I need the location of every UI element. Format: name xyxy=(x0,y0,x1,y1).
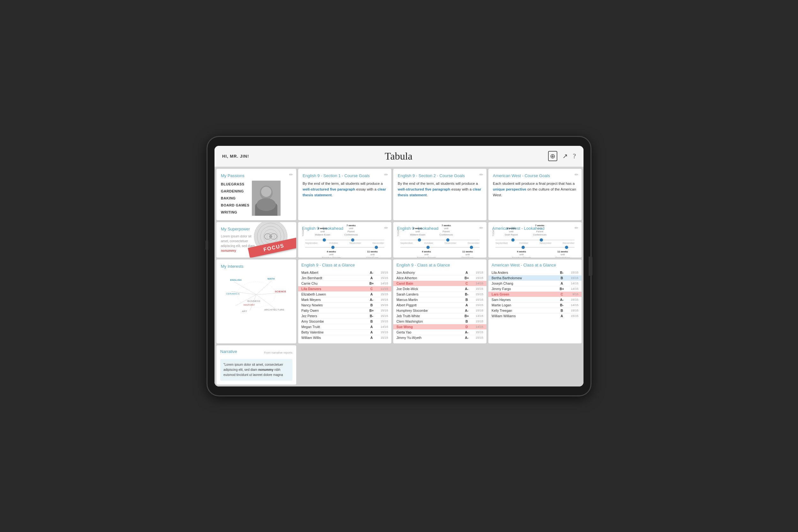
table-row-highlight: Carol BainC14/15 xyxy=(393,281,487,286)
header-actions: ⊕ ↗ ? xyxy=(548,151,576,161)
table-row: Albert PiggottA15/15 xyxy=(396,303,483,308)
aw-class-title: American West - Class at a Glance xyxy=(492,263,578,267)
highlight-1: well-structured five paragraph xyxy=(303,187,355,191)
table-row-highlight: Lila DanversC11/15 xyxy=(298,286,391,292)
power-button xyxy=(589,256,592,276)
en9-s1-goals-card: English 9 - Section 1 - Course Goals ✏ B… xyxy=(298,169,391,220)
aw-lookahead-card: American West - Lookahead ✏ 3 weeksuntil… xyxy=(488,222,582,258)
en9-s2-timeline: 2 weeksuntilMidterm Exam 7 weeksuntilPar… xyxy=(397,240,482,248)
table-row: William WillisA15/15 xyxy=(301,335,388,340)
aw-goals-title: American West - Course Goals xyxy=(493,173,577,178)
en9-s2-lookahead-edit-icon[interactable]: ✏ xyxy=(479,225,483,231)
main-grid: My Passions ✏ BLUEGRASS GARDENING BAKING… xyxy=(214,167,584,345)
grid-spacer-3 xyxy=(488,345,582,384)
screen: HI, MR. JIN! Tabula ⊕ ↗ ? My Passions ✏ … xyxy=(214,146,584,386)
svg-text:MATH: MATH xyxy=(267,277,275,280)
svg-point-4 xyxy=(261,187,271,197)
en9-s2-lookahead-card: English 9 - Lookahead ✏ 2 weeksuntilMidt… xyxy=(393,222,487,258)
highlight-unique: unique perspective xyxy=(493,187,526,191)
svg-point-5 xyxy=(256,198,276,211)
svg-text:SCIENCE: SCIENCE xyxy=(275,290,286,293)
table-row: Kelly TreeganB15/15 xyxy=(492,308,578,314)
en9-s2-goals-text: By the end of the term, all students wil… xyxy=(398,180,482,198)
en9-s1-goals-text: By the end of the term, all students wil… xyxy=(303,180,387,198)
table-row-highlight: Sue WongD14/15 xyxy=(393,324,487,330)
svg-point-11 xyxy=(269,235,272,238)
aw-class-card: American West - Class at a Glance Lila A… xyxy=(488,260,582,343)
add-icon[interactable]: ⊕ xyxy=(548,151,557,161)
svg-text:HISTORY: HISTORY xyxy=(244,304,255,306)
en9-s2-class-card: English 9 - Class at a Glance Jon Anthon… xyxy=(393,260,487,343)
passions-title: My Passions xyxy=(221,173,292,178)
svg-text:ENGLISH: ENGLISH xyxy=(230,279,242,282)
en9-s2-student-list: Jon AnthonyA15/15 Alice AthertonB+15/15 … xyxy=(396,270,483,340)
table-row: Lila AndersB-15/15 xyxy=(492,270,578,276)
aw-goals-edit-icon[interactable]: ✏ xyxy=(574,172,578,177)
table-row: Clem WashingtonB15/15 xyxy=(396,319,483,324)
help-icon[interactable]: ? xyxy=(573,153,576,160)
en9-s1-class-title: English 9 - Class at a Glance xyxy=(301,263,388,267)
volume-button xyxy=(206,240,208,250)
narrative-header: Narrative From narrative reports xyxy=(220,349,292,357)
app-title: Tabula xyxy=(385,150,413,162)
table-row: Joseph ChangA14/15 xyxy=(492,281,578,286)
superpower-card: My Superpower Lorem ipsum dolor sit amet… xyxy=(216,222,296,258)
passion-item: BAKING xyxy=(221,195,249,202)
en9-s1-lookahead-edit-icon[interactable]: ✏ xyxy=(384,225,388,231)
table-row: Humphrey SlocombeA-15/15 xyxy=(396,308,483,314)
table-row: Joe Dole-WickA-15/15 xyxy=(396,286,483,292)
table-row: Jimmy Yu-WyethA-15/15 xyxy=(396,335,483,340)
table-row: Nancy NowlesB15/15 xyxy=(301,303,388,308)
table-row-highlight: Lars GreenC9/15 xyxy=(488,292,582,297)
svg-text:ART: ART xyxy=(242,310,247,313)
svg-text:ARCHITECTURE: ARCHITECTURE xyxy=(264,308,284,311)
narrative-source: From narrative reports xyxy=(264,351,292,354)
svg-line-16 xyxy=(250,294,256,310)
aw-lookahead-edit-icon[interactable]: ✏ xyxy=(574,225,578,231)
aw-goals-text: Each student will produce a final projec… xyxy=(493,180,577,198)
en9-s1-student-list: Mark AlbertA-15/15 Jim BernhardtA15/15 C… xyxy=(301,270,388,340)
en9-s1-goals-edit-icon[interactable]: ✏ xyxy=(384,172,388,177)
table-row: Gerta YaoA-15/15 xyxy=(396,330,483,335)
export-icon[interactable]: ↗ xyxy=(563,152,568,160)
en9-s1-lookahead-card: English 9 - Lookahead ✏ 2 weeksuntilMidt… xyxy=(298,222,391,258)
table-row: Sam HaynesA-15/15 xyxy=(492,297,578,303)
svg-text:BUSINESS: BUSINESS xyxy=(247,300,260,303)
table-row: Megan TruittA14/15 xyxy=(301,324,388,330)
narrative-card: Narrative From narrative reports "Lorem … xyxy=(216,345,296,384)
table-row: Jim BernhardtA15/15 xyxy=(301,276,388,281)
passion-item: BLUEGRASS xyxy=(221,180,249,188)
interests-svg: ENGLISH MATH BUSINESS SCIENCE ARCHITECTU… xyxy=(224,274,288,315)
table-row: Martie LoganB-14/15 xyxy=(492,303,578,308)
narrative-quote: "Lorem ipsum dolor sit amet, consectetue… xyxy=(220,359,292,381)
table-row: Jon AnthonyA15/15 xyxy=(396,270,483,276)
greeting: HI, MR. JIN! xyxy=(222,154,249,158)
grid-spacer-1 xyxy=(298,345,391,384)
table-row: Jeb Truitt-WhiteB+13/15 xyxy=(396,314,483,319)
passion-item: WRITING xyxy=(221,209,249,216)
narrative-title: Narrative xyxy=(220,349,237,354)
superpower-red: nonummy xyxy=(221,249,236,252)
table-row: Alice AthertonB+15/15 xyxy=(396,276,483,281)
en9-s2-class-title: English 9 - Class at a Glance xyxy=(396,263,483,267)
narrative-bold: nonummy xyxy=(258,368,273,372)
table-row: Betty ValentineA15/15 xyxy=(301,330,388,335)
en9-s1-timeline: 2 weeksuntilMidterm Exam 7 weeksuntilPar… xyxy=(302,240,387,248)
en9-s2-goals-edit-icon[interactable]: ✏ xyxy=(479,172,483,177)
aw-goals-card: American West - Course Goals ✏ Each stud… xyxy=(488,169,582,220)
interests-diagram: ENGLISH MATH BUSINESS SCIENCE ARCHITECTU… xyxy=(221,271,292,318)
aw-timeline: 3 weeksuntilDraft Report 7 weeksuntilPar… xyxy=(492,240,578,248)
table-row: Mark AlbertA-15/15 xyxy=(301,270,388,276)
grid-spacer-2 xyxy=(393,345,487,384)
top-bar: HI, MR. JIN! Tabula ⊕ ↗ ? xyxy=(214,146,584,167)
passions-edit-icon[interactable]: ✏ xyxy=(289,172,293,177)
table-row: Marcus MartinB15/15 xyxy=(396,297,483,303)
interests-title: My Interests xyxy=(221,264,292,269)
en9-s1-goals-title: English 9 - Section 1 - Course Goals xyxy=(303,173,387,178)
interests-card: My Interests xyxy=(216,260,296,343)
svg-line-14 xyxy=(256,293,282,294)
svg-line-13 xyxy=(256,280,272,294)
table-row: Elizabeth LowenA15/15 xyxy=(301,292,388,297)
bottom-grid: Narrative From narrative reports "Lorem … xyxy=(214,345,584,386)
en9-s2-goals-title: English 9 - Section 2 - Course Goals xyxy=(398,173,482,178)
